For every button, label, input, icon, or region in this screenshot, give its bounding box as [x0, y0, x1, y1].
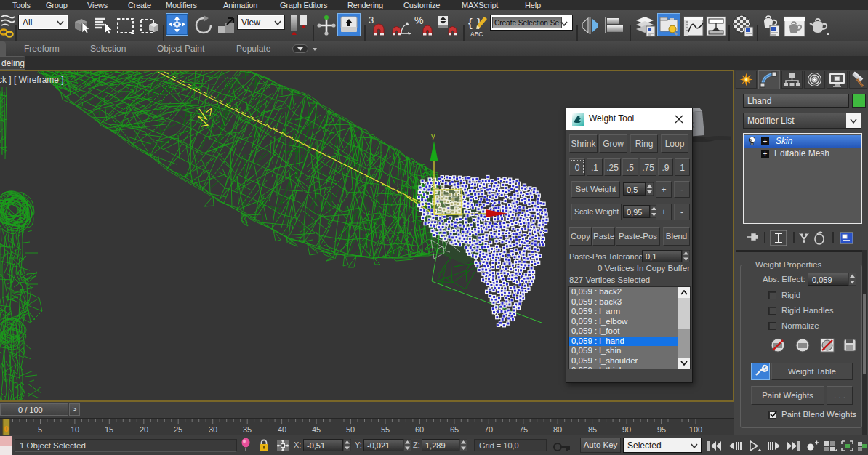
svg-text:%: %	[414, 15, 423, 26]
svg-text:3: 3	[369, 15, 374, 25]
svg-text:100: 100	[689, 425, 702, 434]
svg-text:ABC: ABC	[470, 31, 483, 38]
svg-text:15: 15	[105, 425, 113, 434]
svg-text:0: 0	[4, 424, 8, 433]
svg-text:85: 85	[588, 425, 597, 434]
svg-text:30: 30	[209, 425, 217, 434]
svg-text:80: 80	[553, 425, 562, 434]
svg-text:25: 25	[174, 425, 182, 434]
svg-text:55: 55	[381, 425, 390, 434]
svg-text:35: 35	[243, 425, 252, 434]
svg-text:{: {	[468, 16, 473, 30]
svg-text:40: 40	[278, 425, 286, 434]
svg-text:y: y	[431, 132, 435, 140]
svg-text:5: 5	[38, 425, 42, 434]
svg-text:50: 50	[346, 425, 355, 434]
svg-text:60: 60	[415, 425, 424, 434]
svg-text:45: 45	[312, 425, 321, 434]
svg-text:70: 70	[484, 425, 493, 434]
svg-text:10: 10	[71, 425, 79, 434]
svg-text:75: 75	[519, 425, 528, 434]
svg-text:65: 65	[450, 425, 459, 434]
svg-text:95: 95	[657, 425, 666, 434]
svg-text:90: 90	[622, 425, 631, 434]
svg-text:20: 20	[140, 425, 148, 434]
